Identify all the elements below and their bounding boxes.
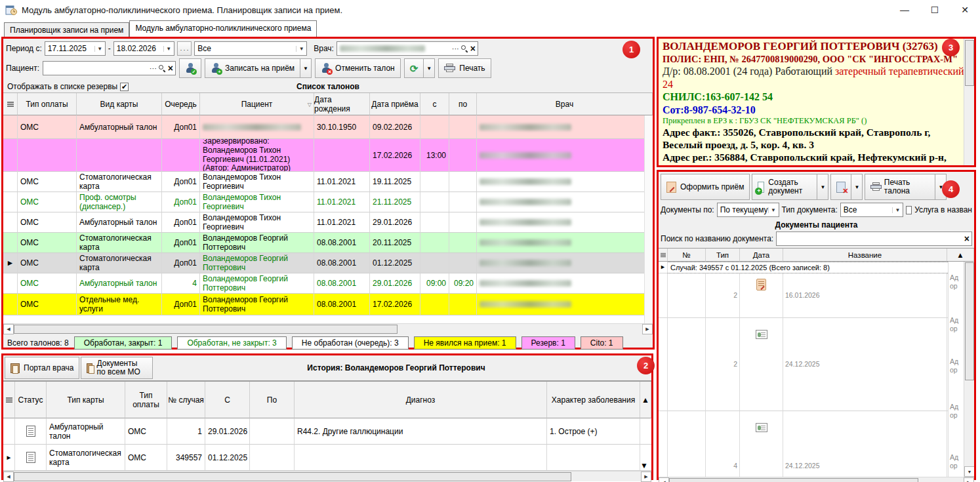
- register-visit-button[interactable]: Оформить приём: [661, 174, 750, 200]
- scroll-right-icon[interactable]: ▶: [642, 324, 653, 334]
- doc-type-select[interactable]: Все▼: [840, 203, 903, 217]
- table-row[interactable]: 4 24.12.2025 Заключение, выдаваемое по р…: [659, 411, 974, 477]
- chevron-down-icon[interactable]: ▼: [296, 46, 306, 52]
- column-header[interactable]: Тип оплаты: [18, 93, 77, 115]
- horizontal-scrollbar[interactable]: ◀ ▶: [3, 471, 651, 481]
- period-more-button[interactable]: . . .: [177, 41, 192, 56]
- scroll-left-icon[interactable]: ◀: [3, 324, 14, 334]
- doc-search-input[interactable]: ×: [776, 231, 972, 246]
- tab-scheduler[interactable]: Планировщик записи на прием: [4, 22, 129, 37]
- column-header[interactable]: Вид карты: [77, 93, 162, 115]
- table-row[interactable]: ОМС Амбулаторный талон 4 Воландеморов Ге…: [3, 273, 653, 294]
- doctor-field[interactable]: ··· ×: [337, 41, 478, 56]
- scroll-left-icon[interactable]: ◀: [3, 472, 14, 482]
- column-header[interactable]: Тип оплаты: [125, 382, 167, 418]
- book-appointment-button[interactable]: + Записать на приём: [205, 58, 300, 78]
- table-row[interactable]: ОМС Отдельные мед. услуги Доп01 Воландем…: [3, 294, 653, 315]
- service-in-name-checkbox[interactable]: [906, 206, 912, 214]
- create-document-caret[interactable]: ▼: [817, 174, 828, 200]
- vertical-scrollbar[interactable]: ▲: [947, 249, 974, 262]
- table-row[interactable]: ОМС Стоматологическая карта Доп01 Воланд…: [3, 172, 653, 192]
- book-appointment-caret[interactable]: ▼: [300, 58, 312, 78]
- print-button[interactable]: Печать: [438, 58, 491, 78]
- date-from-picker[interactable]: 17.11.2025▼: [45, 41, 106, 56]
- column-header[interactable]: Дата рождения: [314, 93, 370, 115]
- minimize-button[interactable]: —: [889, 1, 920, 19]
- table-row[interactable]: Зарезервировано: Воландеморов Тихон Геор…: [3, 139, 653, 172]
- column-header-patient[interactable]: Пациент▽: [200, 93, 314, 115]
- patient-field[interactable]: ··· ×: [43, 61, 176, 75]
- column-header[interactable]: с: [420, 93, 449, 115]
- column-header[interactable]: Дата приёма: [370, 93, 420, 115]
- table-row[interactable]: ОМС Амбулаторный талон Доп01 30.10.1950 …: [3, 115, 653, 139]
- column-header[interactable]: Название: [783, 249, 947, 262]
- table-row[interactable]: Амбулаторный талон ОМС 1 29.01.2026 R44.…: [3, 418, 651, 445]
- case-group-row[interactable]: Случай: 349557 с 01.12.2025 (Всего запис…: [668, 262, 974, 273]
- docs-all-mo-button[interactable]: Документы по всем МО: [81, 357, 153, 379]
- scroll-down-icon[interactable]: ▼: [640, 461, 648, 470]
- lookup-ellipsis-icon[interactable]: ···: [452, 45, 459, 52]
- clear-icon[interactable]: ×: [470, 43, 476, 54]
- horizontal-scrollbar[interactable]: ◀ ▶: [3, 323, 653, 334]
- row-menu-icon[interactable]: [659, 249, 668, 262]
- delete-document-button[interactable]: ✕: [830, 174, 851, 200]
- row-menu-icon[interactable]: [3, 382, 15, 418]
- column-header[interactable]: Характер заболевания: [547, 382, 640, 418]
- maximize-button[interactable]: ☐: [920, 1, 950, 19]
- row-menu-icon[interactable]: [3, 93, 18, 115]
- refresh-caret[interactable]: ▼: [424, 58, 435, 78]
- column-header[interactable]: Врач: [477, 93, 653, 115]
- tab-outpatient-module[interactable]: Модуль амбулаторно-поликлинического прие…: [129, 20, 317, 37]
- lookup-ellipsis-icon[interactable]: ···: [150, 64, 157, 72]
- column-header[interactable]: Статус: [15, 382, 47, 418]
- table-row-selected[interactable]: ► ОМС Стоматологическая карта Доп01 Вола…: [3, 253, 653, 273]
- column-header[interactable]: С: [205, 382, 250, 418]
- column-header[interactable]: Очередь: [162, 93, 200, 115]
- table-row-selected[interactable]: ► Стоматологическая карта ОМС 349557 01.…: [3, 445, 651, 471]
- doctor-portal-button[interactable]: Портал врача: [5, 357, 79, 379]
- horizontal-scrollbar[interactable]: ◀ ▶: [659, 477, 974, 482]
- vertical-scrollbar[interactable]: ▼: [964, 262, 974, 477]
- chevron-down-icon[interactable]: ▼: [892, 207, 903, 213]
- table-row[interactable]: ОМС Амбулаторный талон Доп01 Воландеморо…: [3, 212, 653, 233]
- print-ticket-button[interactable]: Печать талона: [865, 174, 935, 200]
- cancel-ticket-button[interactable]: ✕ Отменить талон: [315, 58, 401, 78]
- refresh-button[interactable]: ⟳: [404, 58, 424, 78]
- scroll-down-icon[interactable]: ▼: [964, 466, 974, 477]
- scroll-left-icon[interactable]: ◀: [659, 477, 669, 482]
- delete-document-caret[interactable]: ▼: [851, 174, 863, 200]
- scroll-thumb[interactable]: [669, 478, 918, 482]
- scroll-right-icon[interactable]: ▶: [641, 472, 651, 482]
- column-header[interactable]: По: [250, 382, 295, 418]
- column-header[interactable]: №: [668, 249, 706, 262]
- table-row[interactable]: 2 24.12.2025 Медицинское заключение о на…: [659, 318, 974, 412]
- column-header[interactable]: Дата: [740, 249, 783, 262]
- vertical-scrollbar[interactable]: [964, 39, 974, 165]
- docs-by-select[interactable]: По текущему▼: [717, 203, 779, 217]
- column-header[interactable]: по: [449, 93, 477, 115]
- chevron-down-icon[interactable]: ▼: [163, 46, 174, 52]
- scroll-up-icon[interactable]: ▲: [956, 251, 964, 259]
- clear-icon[interactable]: ×: [168, 63, 173, 73]
- date-to-picker[interactable]: 18.02.2026▼: [113, 41, 174, 56]
- table-row[interactable]: ОМС Стоматологическая карта Доп01 Воланд…: [3, 233, 653, 253]
- vertical-scrollbar[interactable]: [644, 115, 653, 323]
- column-header[interactable]: № случая: [167, 382, 205, 418]
- scroll-thumb[interactable]: [14, 472, 571, 481]
- scroll-right-icon[interactable]: ▶: [964, 477, 974, 482]
- column-header[interactable]: Диагноз: [295, 382, 547, 418]
- create-document-button[interactable]: + Создать документ: [752, 174, 817, 200]
- vertical-scrollbar[interactable]: ▲: [640, 382, 651, 418]
- search-icon[interactable]: [159, 65, 166, 72]
- scroll-up-icon[interactable]: ▲: [642, 395, 649, 405]
- patient-card-button[interactable]: ✓: [179, 58, 201, 78]
- close-button[interactable]: ✕: [950, 1, 980, 19]
- scroll-thumb[interactable]: [14, 325, 398, 334]
- chevron-down-icon[interactable]: ▼: [768, 207, 779, 213]
- chevron-down-icon[interactable]: ▼: [94, 46, 105, 52]
- clear-icon[interactable]: ×: [964, 233, 970, 244]
- search-icon[interactable]: [461, 45, 468, 52]
- table-row[interactable]: ОМС Проф. осмотры (диспансер.) Доп01 Вол…: [3, 192, 653, 212]
- column-header[interactable]: Тип: [706, 249, 740, 262]
- column-header[interactable]: Тип карты: [47, 382, 125, 418]
